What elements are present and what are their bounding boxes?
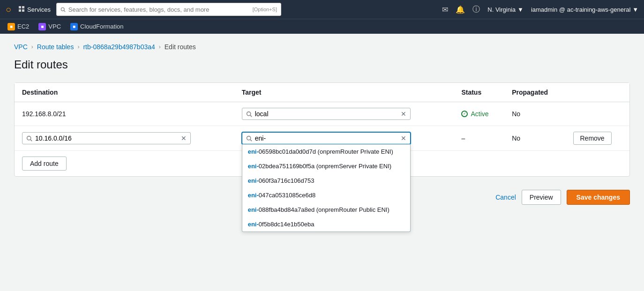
eni-prefix-2: eni- — [248, 163, 259, 170]
dropdown-item-1[interactable]: eni-06598bc01da0d0d7d (onpremRouter Priv… — [242, 144, 410, 159]
target-input-field-1[interactable] — [255, 110, 398, 118]
svg-line-7 — [250, 115, 252, 116]
dropdown-item-5[interactable]: eni-088fba4bd84a7a8ed (onpremRouter Publ… — [242, 202, 410, 217]
nav-icons: ✉ 🔔 ⓘ N. Virginia ▼ iamadmin @ ac-traini… — [442, 5, 638, 15]
dropdown-item-3[interactable]: eni-060f3a716c106d753 — [242, 173, 410, 188]
cancel-button[interactable]: Cancel — [495, 194, 516, 201]
vpc-badge: ■ — [38, 23, 46, 30]
eni-prefix-4: eni- — [248, 192, 259, 199]
target-cell-1: ✕ — [234, 102, 454, 126]
target-wrapper-2: ✕ eni-06598bc01da0d0d7d (onpremRouter Pr… — [242, 132, 447, 144]
global-search-bar[interactable]: [Option+S] — [56, 3, 281, 16]
breadcrumb-sep-1: › — [31, 44, 33, 50]
bell-icon[interactable]: 🔔 — [456, 5, 465, 14]
user-chevron: ▼ — [632, 6, 638, 13]
routes-table-container: Destination Target Status Propagated 192… — [14, 82, 630, 177]
svg-point-8 — [27, 136, 31, 140]
search-icon — [60, 7, 66, 13]
target-cell-2: ✕ eni-06598bc01da0d0d7d (onpremRouter Pr… — [234, 126, 454, 151]
search-icon-dest — [26, 135, 32, 142]
region-label: N. Virginia — [487, 6, 516, 13]
region-chevron: ▼ — [517, 6, 524, 13]
breadcrumb-sep-2: › — [77, 44, 79, 50]
breadcrumb-rtb-id[interactable]: rtb-0868a29b4987b03a4 — [83, 43, 155, 51]
dropdown-item-4[interactable]: eni-047ca0531085ce6d8 — [242, 188, 410, 202]
col-header-actions — [566, 83, 630, 102]
eni-rest-3: 060f3a716c106d753 — [259, 177, 315, 184]
save-changes-button[interactable]: Save changes — [567, 190, 630, 205]
status-active-label: Active — [471, 110, 488, 118]
status-cell-2: – — [454, 126, 504, 151]
svg-line-11 — [250, 139, 252, 141]
col-header-destination: Destination — [15, 83, 234, 102]
table-row: ✕ ✕ — [15, 126, 629, 151]
search-icon-2 — [246, 135, 252, 142]
search-icon-1 — [246, 111, 252, 117]
table-row: 192.168.8.0/21 ✕ — [15, 102, 629, 126]
status-dash: – — [461, 134, 465, 142]
services-menu-button[interactable]: Services — [19, 6, 51, 13]
eni-rest-1: 06598bc01da0d0d7d (onpremRouter Private … — [259, 148, 393, 155]
eni-dropdown: eni-06598bc01da0d0d7d (onpremRouter Priv… — [242, 144, 411, 232]
action-cell-2: Remove — [566, 126, 630, 151]
svg-point-4 — [61, 7, 64, 11]
destination-input-field-2[interactable] — [35, 134, 178, 142]
preview-button[interactable]: Preview — [522, 190, 561, 205]
region-selector[interactable]: N. Virginia ▼ — [487, 6, 524, 13]
eni-prefix-6: eni- — [248, 221, 259, 228]
col-header-target: Target — [234, 83, 454, 102]
cf-badge: ■ — [70, 23, 78, 30]
dropdown-item-2[interactable]: eni-02bdea751169b0f5a (onpremServer Priv… — [242, 159, 410, 173]
destination-clear-2[interactable]: ✕ — [181, 134, 187, 142]
destination-cell-2: ✕ — [15, 126, 234, 151]
target-input-2[interactable]: ✕ — [242, 132, 411, 144]
target-clear-1[interactable]: ✕ — [401, 110, 406, 118]
top-navigation: ○ Services [Option+S] ✉ 🔔 ⓘ N. Virginia … — [0, 0, 644, 19]
propagated-value-1: No — [512, 110, 520, 118]
eni-prefix-5: eni- — [248, 206, 259, 213]
status-dot — [461, 111, 468, 117]
eni-rest-5: 088fba4bd84a7a8ed (onpremRouter Public E… — [259, 206, 389, 213]
target-input-field-2[interactable] — [255, 134, 398, 142]
vpc-label: VPC — [48, 23, 61, 30]
target-clear-2[interactable]: ✕ — [401, 134, 406, 142]
eni-rest-6: 0f5b8dc14e1b50eba — [259, 221, 315, 228]
search-shortcut: [Option+S] — [253, 7, 277, 12]
mail-icon[interactable]: ✉ — [442, 5, 448, 14]
breadcrumb: VPC › Route tables › rtb-0868a29b4987b03… — [14, 43, 630, 51]
global-search-input[interactable] — [68, 6, 250, 13]
add-route-button[interactable]: Add route — [22, 157, 67, 171]
breadcrumb-vpc[interactable]: VPC — [14, 43, 28, 51]
status-active-badge: Active — [461, 110, 497, 118]
destination-input-2[interactable]: ✕ — [22, 132, 191, 144]
service-item-cloudformation[interactable]: ■ CloudFormation — [70, 23, 124, 30]
propagated-cell-1: No — [504, 102, 565, 126]
user-menu[interactable]: iamadmin @ ac-training-aws-general ▼ — [531, 6, 638, 13]
aws-logo: ○ — [6, 4, 11, 15]
propagated-cell-2: No — [504, 126, 565, 151]
remove-button[interactable]: Remove — [573, 132, 612, 145]
service-item-vpc[interactable]: ■ VPC — [38, 23, 61, 30]
action-cell-1 — [566, 102, 630, 126]
ec2-label: EC2 — [17, 23, 29, 30]
cf-label: CloudFormation — [80, 23, 124, 30]
svg-rect-2 — [19, 9, 21, 12]
status-cell-1: Active — [454, 102, 504, 126]
breadcrumb-sep-3: › — [159, 44, 161, 50]
svg-rect-0 — [19, 6, 21, 8]
help-icon[interactable]: ⓘ — [472, 5, 480, 15]
eni-rest-4: 047ca0531085ce6d8 — [259, 192, 315, 199]
svg-point-6 — [247, 112, 250, 115]
breadcrumb-current: Edit routes — [165, 43, 196, 51]
propagated-value-2: No — [512, 134, 520, 142]
ec2-badge: ■ — [7, 23, 15, 30]
eni-rest-2: 02bdea751169b0f5a (onpremServer Private … — [259, 163, 391, 170]
dropdown-item-6[interactable]: eni-0f5b8dc14e1b50eba — [242, 217, 410, 231]
eni-prefix-1: eni- — [248, 148, 259, 155]
page-title: Edit routes — [14, 58, 630, 71]
svg-rect-1 — [22, 6, 24, 8]
service-item-ec2[interactable]: ■ EC2 — [7, 23, 29, 30]
target-input-1[interactable]: ✕ — [242, 108, 411, 120]
main-content: VPC › Route tables › rtb-0868a29b4987b03… — [0, 34, 644, 218]
breadcrumb-route-tables[interactable]: Route tables — [37, 43, 74, 51]
